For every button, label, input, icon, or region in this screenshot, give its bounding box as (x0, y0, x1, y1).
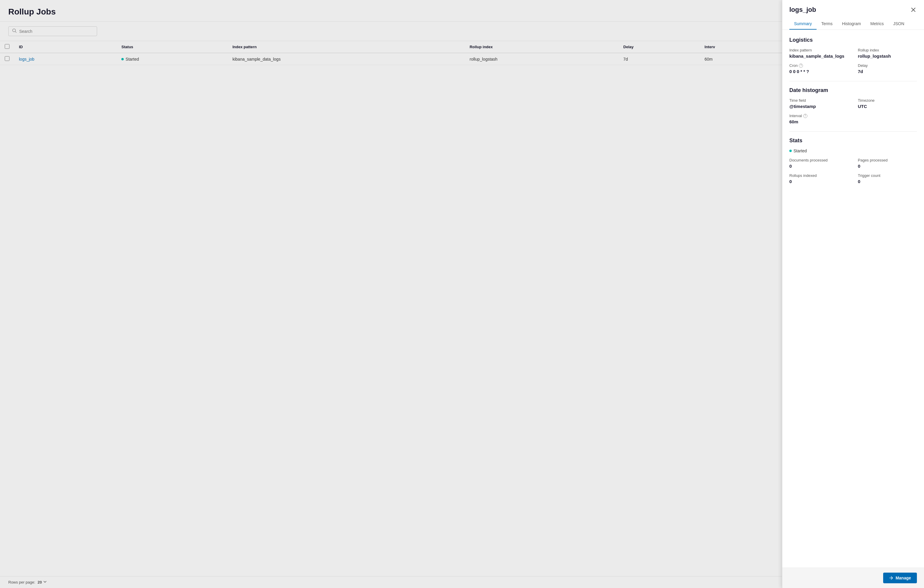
search-box[interactable] (8, 26, 97, 36)
stats-status-dot (789, 150, 792, 152)
time-field-label: Time field (789, 98, 848, 103)
select-all-header[interactable] (0, 41, 14, 53)
tab-histogram[interactable]: Histogram (837, 18, 866, 30)
timezone-item: Timezone UTC (858, 98, 917, 109)
stats-grid: Documents processed 0 Pages processed 0 … (789, 158, 917, 184)
manage-button[interactable]: Manage (883, 573, 917, 583)
rows-per-page-label: Rows per page: (8, 580, 35, 585)
row-interval: 60m (700, 53, 782, 65)
search-input[interactable] (19, 29, 93, 34)
col-header-id: ID (14, 41, 117, 53)
documents-processed-label: Documents processed (789, 158, 848, 162)
logistics-grid: Index pattern kibana_sample_data_logs Ro… (789, 48, 917, 74)
stats-status-text: Started (794, 148, 807, 153)
documents-processed-item: Documents processed 0 (789, 158, 848, 169)
timezone-label: Timezone (858, 98, 917, 103)
cron-value: 0 0 0 * * ? (789, 69, 848, 74)
row-index-pattern: kibana_sample_data_logs (228, 53, 465, 65)
table-container: ID Status Index pattern Rollup index Del… (0, 41, 782, 576)
rows-per-page-value: 20 (38, 580, 42, 585)
detail-header: logs_job Summary Terms Histogram Metrics… (782, 0, 924, 30)
status-indicator (121, 58, 124, 60)
documents-processed-value: 0 (789, 163, 848, 169)
delay-label: Delay (858, 63, 917, 68)
pages-processed-label: Pages processed (858, 158, 917, 162)
table-row: logs_job Started kibana_sample_data_logs… (0, 53, 782, 65)
timezone-value: UTC (858, 104, 917, 109)
date-histogram-grid: Time field @timestamp Timezone UTC Inter… (789, 98, 917, 124)
table-header-row: ID Status Index pattern Rollup index Del… (0, 41, 782, 53)
interval-item: Interval ? 60m (789, 114, 848, 124)
manage-icon (889, 576, 893, 580)
logistics-section-title: Logistics (789, 37, 917, 43)
select-all-checkbox[interactable] (5, 44, 10, 49)
col-header-rollup-index: Rollup index (465, 41, 619, 53)
trigger-count-item: Trigger count 0 (858, 173, 917, 184)
jobs-table: ID Status Index pattern Rollup index Del… (0, 41, 782, 65)
chevron-down-icon (43, 580, 47, 585)
rollup-index-value: rollup_logstash (858, 54, 917, 59)
detail-tabs: Summary Terms Histogram Metrics JSON (789, 18, 917, 30)
stats-status: Started (789, 148, 917, 153)
rollups-indexed-item: Rollups indexed 0 (789, 173, 848, 184)
rollups-indexed-label: Rollups indexed (789, 173, 848, 178)
detail-footer: Manage (782, 568, 924, 588)
detail-title-row: logs_job (789, 6, 917, 13)
toolbar (0, 21, 782, 41)
tab-terms[interactable]: Terms (817, 18, 837, 30)
time-field-value: @timestamp (789, 104, 848, 109)
tab-json[interactable]: JSON (888, 18, 909, 30)
status-text: Started (125, 57, 139, 61)
main-panel: Rollup Jobs ID Status Index p (0, 0, 782, 588)
rollup-index-label: Rollup index (858, 48, 917, 52)
close-button[interactable] (910, 6, 917, 13)
row-checkbox[interactable] (5, 56, 10, 61)
search-icon (12, 28, 17, 34)
manage-button-label: Manage (896, 576, 911, 580)
date-histogram-section-title: Date histogram (789, 87, 917, 94)
trigger-count-label: Trigger count (858, 173, 917, 178)
index-pattern-item: Index pattern kibana_sample_data_logs (789, 48, 848, 59)
interval-label: Interval ? (789, 114, 848, 118)
cron-item: Cron ? 0 0 0 * * ? (789, 63, 848, 74)
rows-per-page-select[interactable]: 20 (38, 580, 46, 585)
row-id[interactable]: logs_job (14, 53, 117, 65)
index-pattern-label: Index pattern (789, 48, 848, 52)
table-footer: Rows per page: 20 (0, 576, 782, 588)
pages-processed-item: Pages processed 0 (858, 158, 917, 169)
page-title: Rollup Jobs (8, 7, 774, 16)
col-header-interval: Interv (700, 41, 782, 53)
row-delay: 7d (619, 53, 700, 65)
detail-body: Logistics Index pattern kibana_sample_da… (782, 30, 924, 568)
cron-label: Cron ? (789, 63, 848, 68)
row-checkbox-cell[interactable] (0, 53, 14, 65)
interval-help-icon[interactable]: ? (803, 114, 807, 118)
detail-panel: logs_job Summary Terms Histogram Metrics… (782, 0, 924, 588)
page-header: Rollup Jobs (0, 0, 782, 21)
cron-help-icon[interactable]: ? (799, 64, 803, 68)
rollups-indexed-value: 0 (789, 179, 848, 184)
delay-value: 7d (858, 69, 917, 74)
rollup-index-item: Rollup index rollup_logstash (858, 48, 917, 59)
col-header-index-pattern: Index pattern (228, 41, 465, 53)
index-pattern-value: kibana_sample_data_logs (789, 54, 848, 59)
interval-value: 60m (789, 119, 848, 124)
col-header-delay: Delay (619, 41, 700, 53)
section-divider-1 (789, 81, 917, 81)
tab-metrics[interactable]: Metrics (866, 18, 888, 30)
stats-section-title: Stats (789, 138, 917, 144)
row-status: Started (117, 53, 228, 65)
row-rollup-index: rollup_logstash (465, 53, 619, 65)
section-divider-2 (789, 131, 917, 132)
svg-line-1 (15, 32, 16, 33)
delay-item: Delay 7d (858, 63, 917, 74)
job-id-link[interactable]: logs_job (19, 57, 34, 61)
pages-processed-value: 0 (858, 163, 917, 169)
time-field-item: Time field @timestamp (789, 98, 848, 109)
detail-title: logs_job (789, 6, 816, 13)
trigger-count-value: 0 (858, 179, 917, 184)
tab-summary[interactable]: Summary (789, 18, 817, 30)
col-header-status: Status (117, 41, 228, 53)
